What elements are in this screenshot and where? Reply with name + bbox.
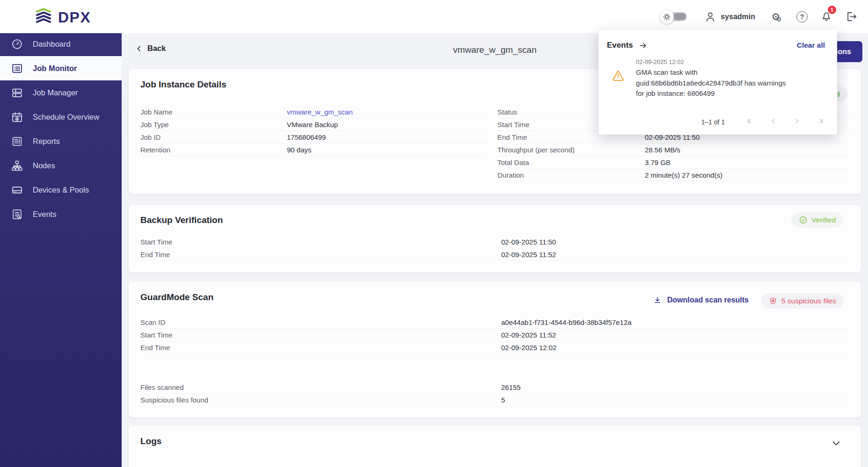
notifications-button[interactable]: 1 <box>820 10 832 24</box>
guard-row-suspicious-found: Suspicious files found 5 <box>140 394 849 406</box>
sidebar-item-dashboard[interactable]: Dashboard <box>0 32 122 56</box>
settings-button[interactable]: ⚙ ⚙ <box>768 12 784 22</box>
sidebar-item-job-manager[interactable]: Job Manager <box>0 80 122 105</box>
events-popup-header: Events Clear all <box>598 30 837 50</box>
logo-text: DPX <box>58 9 91 26</box>
backup-verification-title: Backup Verification <box>140 215 223 225</box>
suspicious-files-badge[interactable]: 5 suspicious files <box>761 293 844 309</box>
header-actions: sysadmin ⚙ ⚙ ? 1 <box>660 0 858 33</box>
job-details-left-column: Job Name vmware_w_gm_scan Job Type VMwar… <box>140 106 487 156</box>
job-name-link[interactable]: vmware_w_gm_scan <box>287 108 353 116</box>
dpx-layers-icon <box>34 7 53 28</box>
guard-row-start-time: Start Time 02-09-2025 11:52 <box>140 329 849 341</box>
sidebar-item-label: Events <box>33 210 56 219</box>
sidebar-item-reports[interactable]: Reports <box>0 129 122 153</box>
event-message-line: for job instance: 6806499 <box>636 88 786 99</box>
sidebar-item-devices-pools[interactable]: Devices & Pools <box>0 178 122 202</box>
row-label: End Time <box>140 344 501 352</box>
detail-row-job-type: Job Type VMware Backup <box>140 118 487 131</box>
reports-icon <box>11 136 24 147</box>
sidebar-item-label: Reports <box>33 137 60 146</box>
events-pagination: 1–1 of 1 <box>701 116 825 128</box>
download-scan-results-link[interactable]: Download scan results <box>653 296 749 304</box>
guardmode-scan-card: GuardMode Scan Download scan results 5 s… <box>129 282 861 417</box>
event-message-line: GMA scan task with <box>636 67 786 78</box>
row-label: Job ID <box>140 133 287 141</box>
warning-triangle-icon <box>612 69 625 99</box>
row-label: Start Time <box>140 238 501 246</box>
row-label: Files scanned <box>140 383 501 391</box>
events-icon <box>11 208 24 220</box>
detail-row-job-name: Job Name vmware_w_gm_scan <box>140 106 487 118</box>
verify-row-start-time: Start Time 02-09-2025 11:50 <box>140 236 849 248</box>
detail-row-total-data: Total Data 3.79 GB <box>497 156 849 169</box>
last-page-button[interactable] <box>816 116 825 128</box>
row-value: 28.56 MB/s <box>645 146 680 154</box>
event-timestamp: 02-09-2025 12:02 <box>636 58 786 65</box>
top-header: DPX <box>0 0 868 33</box>
row-value: 02-09-2025 12:02 <box>501 344 556 352</box>
row-label: Duration <box>497 171 645 179</box>
sidebar-item-nodes[interactable]: Nodes <box>0 153 122 178</box>
row-label: End Time <box>140 251 501 259</box>
detail-row-throughput: Throughput (per second) 28.56 MB/s <box>497 144 849 156</box>
back-button[interactable]: Back <box>135 44 166 53</box>
logs-card: Logs <box>129 426 861 467</box>
logout-button[interactable] <box>845 10 858 23</box>
logs-title: Logs <box>140 436 161 446</box>
verify-row-end-time: End Time 02-09-2025 11:52 <box>140 248 849 261</box>
sidebar-item-events[interactable]: Events <box>0 202 122 226</box>
detail-row-retention: Retention 90 days <box>140 144 487 156</box>
sidebar-nav: Dashboard Job Monitor Job Manager <box>0 32 122 467</box>
events-popup-title-link[interactable]: Events <box>607 41 648 50</box>
row-value: 90 days <box>287 146 312 154</box>
page-range-label: 1–1 of 1 <box>701 118 725 126</box>
sidebar-item-job-monitor[interactable]: Job Monitor <box>0 56 122 80</box>
row-value: 26155 <box>501 383 521 391</box>
suspicious-files-label: 5 suspicious files <box>781 297 836 305</box>
guardmode-rows-bottom: Files scanned 26155 Suspicious files fou… <box>140 381 849 406</box>
chevron-down-icon <box>831 438 841 448</box>
gear-small-icon: ⚙ <box>776 16 782 22</box>
row-value: a0e44ab1-f731-4544-b96d-38b34f57e12a <box>501 318 632 326</box>
event-message-line: guid:68b6bd6b1a6edc428479db3f has warnin… <box>636 78 786 89</box>
sidebar-item-label: Dashboard <box>33 40 71 49</box>
event-item[interactable]: 02-09-2025 12:02 GMA scan task with guid… <box>612 58 837 99</box>
first-page-button[interactable] <box>745 116 755 128</box>
user-icon <box>704 11 716 23</box>
backup-verification-rows: Start Time 02-09-2025 11:50 End Time 02-… <box>140 236 849 261</box>
sidebar-item-label: Job Monitor <box>33 64 77 73</box>
chevron-left-icon <box>135 45 143 52</box>
row-label: Start Time <box>140 331 501 339</box>
guard-row-end-time: End Time 02-09-2025 12:02 <box>140 341 849 354</box>
sidebar-item-label: Schedule Overview <box>33 113 99 122</box>
row-value: 2 minute(s) 27 second(s) <box>645 171 722 179</box>
next-page-button[interactable] <box>792 116 802 128</box>
previous-page-button[interactable] <box>769 116 778 128</box>
devices-icon <box>11 184 24 196</box>
verified-badge: Verified <box>791 212 843 228</box>
event-text: 02-09-2025 12:02 GMA scan task with guid… <box>636 58 786 99</box>
clear-all-button[interactable]: Clear all <box>797 41 825 50</box>
sidebar-item-label: Job Manager <box>33 88 78 97</box>
sun-icon <box>660 10 674 24</box>
row-value: 5 <box>501 396 505 404</box>
help-button[interactable]: ? <box>796 11 808 22</box>
row-value: 02-09-2025 11:52 <box>501 251 556 259</box>
row-value: 1756806499 <box>287 133 326 141</box>
download-label: Download scan results <box>667 296 749 304</box>
sidebar-item-label: Devices & Pools <box>33 186 89 194</box>
logs-expand-button[interactable] <box>831 438 841 450</box>
shield-icon <box>769 297 777 305</box>
row-label: Throughput (per second) <box>497 146 645 154</box>
gauge-icon <box>11 38 24 50</box>
sidebar-item-schedule-overview[interactable]: Schedule Overview <box>0 105 122 129</box>
guardmode-title: GuardMode Scan <box>140 292 213 302</box>
logout-icon <box>845 10 858 23</box>
user-menu[interactable]: sysadmin <box>704 11 755 23</box>
calendar-icon <box>11 111 24 123</box>
theme-toggle[interactable] <box>660 10 687 24</box>
events-popup: Events Clear all 02-09-2025 12:02 GMA sc… <box>598 30 837 135</box>
job-manager-icon <box>11 87 24 99</box>
app-root: DPX <box>0 0 868 467</box>
